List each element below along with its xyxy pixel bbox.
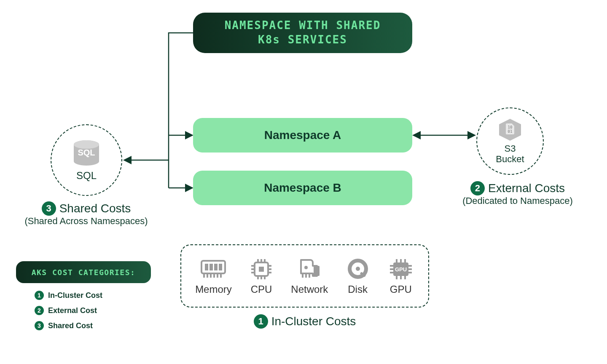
in-cluster-resources-box: Memory CPU Network <box>180 244 429 308</box>
svg-rect-11 <box>214 264 218 270</box>
legend-header: AKS COST CATEGORIES: <box>16 261 151 283</box>
external-costs-caption: 2 External Costs (Dedicated to Namespace… <box>450 181 585 206</box>
shared-costs-title: Shared Costs <box>59 202 131 215</box>
header-line1: NAMESPACE WITH SHARED <box>225 19 381 32</box>
s3-hexagon-icon: 10 01 <box>497 118 523 142</box>
disk-icon <box>344 257 371 281</box>
legend-item-3: 3 Shared Cost <box>35 321 102 330</box>
svg-point-1 <box>74 140 99 149</box>
shared-services-header: NAMESPACE WITH SHARED K8s SERVICES <box>193 13 412 53</box>
svg-rect-20 <box>259 267 264 272</box>
legend-badge-3: 3 <box>35 321 44 330</box>
external-costs-subtitle: (Dedicated to Namespace) <box>450 195 585 206</box>
legend-label-2: External Cost <box>48 306 97 315</box>
resource-network: Network <box>291 257 328 295</box>
s3-node: 10 01 S3Bucket <box>476 107 544 175</box>
legend-list: 1 In-Cluster Cost 2 External Cost 3 Shar… <box>35 291 102 330</box>
memory-icon <box>200 257 227 281</box>
in-cluster-costs-title: In-Cluster Costs <box>271 315 356 328</box>
resource-gpu-label: GPU <box>390 284 412 295</box>
namespace-b-box: Namespace B <box>193 171 412 205</box>
legend-item-1: 1 In-Cluster Cost <box>35 291 102 300</box>
legend-label-1: In-Cluster Cost <box>48 291 102 300</box>
resource-cpu: CPU <box>248 257 275 295</box>
svg-rect-10 <box>209 264 213 270</box>
sql-inside-label: SQL <box>76 170 97 182</box>
database-icon: SQL <box>70 139 103 168</box>
namespace-b-label: Namespace B <box>264 181 341 195</box>
gpu-icon: GPU <box>387 257 414 281</box>
shared-costs-subtitle: (Shared Across Namespaces) <box>12 216 161 227</box>
namespace-a-box: Namespace A <box>193 118 412 153</box>
resource-cpu-label: CPU <box>251 284 272 295</box>
s3-inside-label: S3Bucket <box>496 143 524 165</box>
badge-3: 3 <box>42 201 56 216</box>
resource-memory: Memory <box>195 257 232 295</box>
resource-network-label: Network <box>291 284 328 295</box>
svg-text:01: 01 <box>508 129 513 134</box>
svg-text:SQL: SQL <box>78 148 95 157</box>
external-costs-title: External Costs <box>488 182 565 195</box>
svg-rect-33 <box>314 266 320 276</box>
header-line2: K8s SERVICES <box>258 33 347 46</box>
in-cluster-costs-caption: 1 In-Cluster Costs <box>180 314 429 329</box>
legend-badge-2: 2 <box>35 306 44 315</box>
resource-disk: Disk <box>344 257 371 295</box>
legend-label-3: Shared Cost <box>48 321 93 330</box>
legend-item-2: 2 External Cost <box>35 306 102 315</box>
network-icon <box>296 257 323 281</box>
resource-memory-label: Memory <box>195 284 232 295</box>
svg-point-34 <box>304 266 308 269</box>
svg-text:GPU: GPU <box>395 266 407 273</box>
svg-rect-12 <box>219 264 222 270</box>
sql-node: SQL SQL <box>51 124 122 196</box>
svg-rect-9 <box>205 264 208 270</box>
namespace-a-label: Namespace A <box>264 128 341 142</box>
cpu-icon <box>248 257 275 281</box>
resource-gpu: GPU GPU <box>387 257 414 295</box>
svg-text:10: 10 <box>508 125 513 129</box>
svg-point-40 <box>356 267 360 271</box>
shared-costs-caption: 3 Shared Costs (Shared Across Namespaces… <box>12 201 161 227</box>
badge-1: 1 <box>254 314 268 329</box>
legend-badge-1: 1 <box>35 291 44 300</box>
badge-2: 2 <box>470 181 485 195</box>
legend-title: AKS COST CATEGORIES: <box>32 268 136 277</box>
resource-disk-label: Disk <box>348 284 368 295</box>
